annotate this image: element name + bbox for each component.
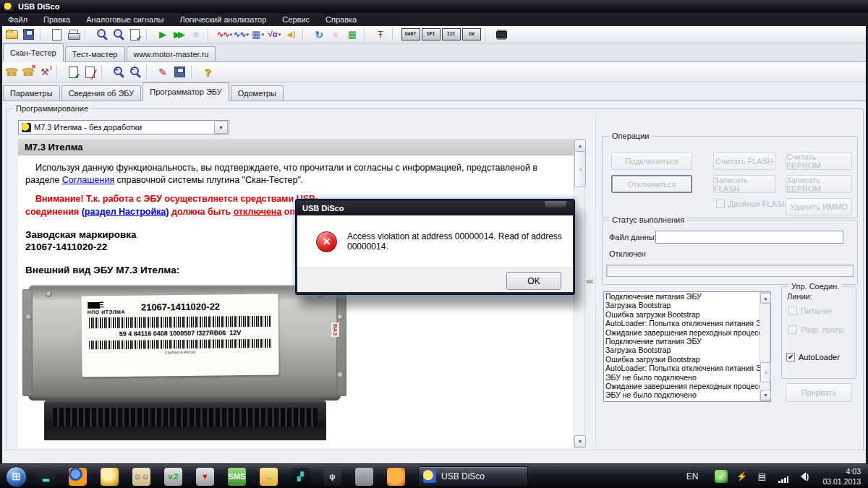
log-line[interactable]: Ошибка загрузки Bootstrap: [604, 355, 760, 364]
log-line[interactable]: Подключение питания ЭБУ: [604, 292, 760, 301]
math-function-icon[interactable]: √α▾: [267, 27, 282, 42]
calculator-icon[interactable]: ▦: [345, 27, 360, 42]
autoloader-checkbox[interactable]: AutoLoader: [786, 353, 840, 361]
dialog-window-button[interactable]: [544, 201, 567, 208]
tab-ecu-programmer[interactable]: Программатор ЭБУ: [142, 82, 229, 101]
scroll-up-icon[interactable]: ▲: [574, 140, 586, 152]
chip-icon[interactable]: [494, 27, 509, 42]
pin-icon[interactable]: Ŧ: [373, 27, 388, 42]
error-dialog-title-bar[interactable]: USB DiSco: [297, 201, 573, 215]
menu-help[interactable]: Справка: [318, 13, 365, 26]
log-line[interactable]: Ошибка загрузки Bootstrap: [604, 310, 760, 319]
tab-ecu-info[interactable]: Сведения об ЭБУ: [61, 85, 142, 100]
write-flash-button[interactable]: Записать FLASH: [713, 175, 775, 193]
read-eeprom-button[interactable]: Считать EEPROM: [786, 152, 852, 170]
refresh-icon[interactable]: ↻: [312, 27, 327, 42]
disconnect-button[interactable]: Отключиться: [611, 175, 692, 193]
sound-icon[interactable]: ◀: [284, 27, 299, 42]
toolbar-separator[interactable]: [146, 66, 152, 79]
save-icon[interactable]: [21, 27, 36, 42]
engine-icon[interactable]: [387, 468, 405, 486]
start-icon[interactable]: ▶: [156, 27, 171, 42]
start-fast-icon[interactable]: ▶▶: [172, 27, 187, 42]
key-icon[interactable]: [101, 468, 119, 486]
toolbar-separator[interactable]: [485, 28, 490, 41]
menu-edit[interactable]: Правка: [35, 13, 78, 26]
abort-button[interactable]: Прервать: [786, 383, 852, 402]
doc-invalid-icon[interactable]: [82, 65, 98, 80]
stop-icon[interactable]: ■: [189, 27, 204, 42]
scroll-up-icon[interactable]: ▲: [760, 293, 771, 304]
log-line[interactable]: Ожидание завершения переходных процессов: [604, 382, 760, 390]
toolbar-separator[interactable]: [40, 28, 46, 41]
export-doc-icon[interactable]: [127, 27, 142, 42]
menu-analog-signals[interactable]: Аналоговые сигналы: [78, 13, 171, 26]
agreement-link[interactable]: Соглашения: [62, 175, 114, 185]
onewire-protocol-icon[interactable]: 1W: [462, 28, 481, 40]
log-line[interactable]: Ожидание завершения переходных процессов: [604, 328, 760, 337]
toolbar-separator[interactable]: [56, 66, 62, 79]
prog-enable-checkbox[interactable]: Разр. прогр.: [788, 325, 846, 334]
power-checkbox[interactable]: Питание: [788, 307, 832, 315]
log-scroll-thumb[interactable]: ≡: [760, 362, 771, 382]
log-line[interactable]: AutoLoader: Попытка отключения питания Э…: [604, 319, 760, 328]
clock[interactable]: 4:03 03.01.2013: [822, 466, 861, 487]
zoom-out-icon[interactable]: −: [127, 65, 142, 80]
tab-scan-tester[interactable]: Скан-Тестер: [3, 43, 64, 62]
log-line[interactable]: ЭБУ не было подключено: [604, 390, 760, 399]
toolbar-separator[interactable]: [364, 28, 370, 41]
start-button[interactable]: ⊞: [6, 466, 27, 487]
module-select[interactable]: М7.3 Ителма - без доработки ▼: [18, 120, 229, 134]
log-line[interactable]: Загрузка Bootstrap: [604, 346, 760, 354]
settings-section-link[interactable]: (раздел Настройка): [82, 207, 169, 217]
toolbar-separator[interactable]: [191, 66, 197, 79]
collapse-panel-button[interactable]: <<: [586, 278, 593, 286]
network-signal-icon[interactable]: [775, 470, 788, 483]
write-eeprom-button[interactable]: Записать EEPROM: [786, 175, 852, 193]
doc-scroll-thumb[interactable]: ≡: [574, 151, 586, 187]
device-icon[interactable]: ▪: [355, 468, 373, 486]
data-file-input[interactable]: [655, 231, 843, 244]
ok-button[interactable]: OK: [506, 272, 561, 290]
connect-icon[interactable]: ☎: [4, 65, 20, 80]
clipboard-icon[interactable]: ▤: [755, 470, 768, 483]
save-log-icon[interactable]: [172, 65, 187, 80]
toolbar-separator[interactable]: [101, 66, 107, 79]
toolbar-separator[interactable]: [146, 28, 152, 41]
toolbar-separator[interactable]: [302, 28, 308, 41]
setup-icon[interactable]: ⚒: [38, 65, 53, 80]
open-file-icon[interactable]: [4, 27, 20, 42]
edit-log-icon[interactable]: ✎: [156, 65, 171, 80]
connect-button[interactable]: Подключиться: [611, 152, 692, 170]
spi-protocol-icon[interactable]: SPI: [422, 28, 441, 40]
toolbar-separator[interactable]: [85, 28, 90, 41]
folder-sync-icon[interactable]: →: [260, 468, 278, 486]
log-line[interactable]: Подключение питания ЭБУ: [604, 337, 760, 346]
read-flash-button[interactable]: Считать FLASH: [713, 152, 775, 170]
panel-splitter[interactable]: [595, 113, 597, 445]
updater-lightning-icon[interactable]: ⚡: [735, 470, 748, 483]
search-icon[interactable]: !: [94, 27, 109, 42]
menu-file[interactable]: Файл: [0, 13, 35, 26]
print-icon[interactable]: [66, 27, 81, 42]
chip-v2-icon[interactable]: v.2: [164, 468, 182, 486]
remove-immo-button[interactable]: Удалить ИММО: [786, 198, 852, 215]
firefox-icon[interactable]: [69, 468, 87, 486]
log-line[interactable]: ЭБУ не было подключено: [604, 373, 760, 382]
uart-protocol-icon[interactable]: UART: [401, 28, 420, 40]
language-indicator[interactable]: EN: [686, 471, 699, 481]
log-line[interactable]: AutoLoader: Попытка отключения питания Э…: [604, 364, 760, 372]
console-app-icon[interactable]: ▂: [37, 468, 55, 486]
dropdown-arrow-icon[interactable]: ▼: [214, 121, 228, 134]
tab-test-master[interactable]: Тест-мастер: [65, 46, 125, 61]
zoom-in-icon[interactable]: +: [111, 65, 126, 80]
scroll-down-icon[interactable]: ▼: [574, 435, 586, 448]
toolbar-separator[interactable]: [208, 28, 213, 41]
doc-scrollbar[interactable]: ▲ ≡ ▼: [574, 139, 585, 448]
help-icon[interactable]: ?: [200, 65, 216, 80]
i2c-protocol-icon[interactable]: I2C: [442, 28, 461, 40]
placeholder-icon[interactable]: ■: [328, 27, 344, 42]
view-search-icon[interactable]: [111, 27, 126, 42]
menu-logic-analyzer[interactable]: Логический анализатор: [171, 13, 274, 26]
antivirus-shield-icon[interactable]: ✓: [715, 470, 728, 483]
